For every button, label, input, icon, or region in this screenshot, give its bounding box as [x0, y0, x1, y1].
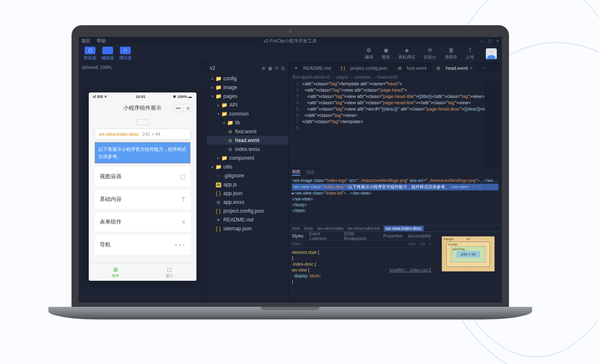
tree-item-API[interactable]: ▸📁API [207, 100, 288, 109]
style-tab-2[interactable]: DOM Breakpoints [344, 232, 377, 241]
filter-opt-0[interactable]: :hov [408, 242, 416, 246]
status-bar: ııl IDE ᯤ 10:01 ✱ 100% ▬ [89, 92, 196, 101]
bm-padding-label: padding [453, 247, 464, 251]
explorer-root[interactable]: v2 [210, 65, 215, 71]
sim-list-item-1[interactable]: 基础内容T [95, 190, 191, 209]
breadcrumb-seg-2[interactable]: common [355, 75, 371, 79]
breadcrumb-seg-1[interactable]: pages [337, 75, 348, 79]
toolbar-btn-1[interactable]: 编辑器 [101, 47, 114, 61]
filter-opt-2[interactable]: + [429, 242, 431, 246]
filter-opt-1[interactable]: .cls [419, 242, 425, 246]
titlebar: 项目 帮助 v2-FinClip小程序开发工具 — ▢ ✕ [79, 37, 502, 45]
close-app-icon[interactable]: ⊙ [183, 104, 193, 112]
tree-item-.gitignore[interactable]: ▫.gitignore [207, 171, 288, 180]
refresh-icon[interactable]: ⟳ [275, 66, 278, 71]
editor-tab-0[interactable]: ▾README.md [289, 63, 335, 73]
tree-item-pages[interactable]: ▾📁pages [207, 92, 288, 100]
dt-tab-log[interactable]: 日志 [306, 169, 315, 175]
laptop-frame: 项目 帮助 v2-FinClip小程序开发工具 — ▢ ✕ ▢ 模拟器 编辑器 … [65, 25, 515, 328]
toolbar-action-1[interactable]: ◉ 预览 [382, 47, 390, 60]
new-folder-icon[interactable]: ▣ [268, 66, 272, 71]
close-tab-icon[interactable]: × [470, 66, 472, 71]
style-tab-1[interactable]: Event Listeners [309, 232, 338, 241]
tree-item-config[interactable]: ▸📁config [207, 74, 288, 83]
dt-tab-view[interactable]: 视图 [292, 169, 300, 176]
filter-input[interactable]: Filter [292, 242, 301, 246]
maximize-icon[interactable]: ▢ [488, 39, 492, 43]
ide-window: 项目 帮助 v2-FinClip小程序开发工具 — ▢ ✕ ▢ 模拟器 编辑器 … [79, 37, 502, 303]
dom-crumb-4[interactable]: wx-view.index-desc [384, 226, 423, 231]
collapse-icon[interactable]: ⊟ [281, 66, 285, 71]
dom-breadcrumb: htmlbodywx-view.indexwx-view.index-hdwx-… [289, 225, 502, 232]
toolbar-action-2[interactable]: ◈ 真机调试 [398, 47, 415, 60]
style-tab-0[interactable]: Styles [292, 234, 303, 238]
toolbar-action-4[interactable]: 🗑 清缓存 [445, 47, 457, 60]
code-editor[interactable]: 12345678 <attr">class="tag">template att… [289, 81, 502, 168]
dom-line-0[interactable]: <wx-image class="index-logo" src="../res… [292, 178, 498, 184]
highlighted-element[interactable]: 以下将展示小程序官方组件能力，组件样式仅供参考。 [95, 142, 191, 164]
tree-item-README.md[interactable]: ▾README.md [207, 215, 288, 224]
menu-help[interactable]: 帮助 [97, 38, 106, 43]
editor-tab-2[interactable]: ▤foot.wxml [392, 63, 431, 73]
breadcrumb-seg-0[interactable]: fino-applet-demo-v2 [293, 75, 330, 79]
editor-tab-1[interactable]: { }project.config.json [335, 63, 392, 73]
breadcrumb: fino-applet-demo-v2›pages›common›head.wx… [289, 73, 502, 81]
toolbar-action-3[interactable]: ⟳ 切后台 [424, 47, 436, 60]
style-tab-4[interactable]: Accessibility [408, 234, 431, 238]
sim-list-item-2[interactable]: 表单组件≡ [95, 212, 191, 232]
tree-item-app.json[interactable]: { }app.json [207, 189, 288, 198]
sim-list-item-0[interactable]: 视图容器▢ [95, 167, 191, 186]
avatar[interactable] [486, 48, 497, 59]
window-title: v2-FinClip小程序开发工具 [264, 38, 317, 44]
dom-crumb-1[interactable]: body [304, 226, 313, 231]
dom-crumb-3[interactable]: wx-view.index-hd [347, 226, 379, 231]
new-file-icon[interactable]: ⊕ [262, 66, 265, 71]
toolbar-btn-2[interactable]: ⫶⫶ 调试器 [119, 47, 132, 61]
app-header: 小程序组件展示 ••• ⊙ [89, 101, 196, 115]
dom-line-3[interactable]: </wx-view> [292, 196, 498, 202]
tree-item-common[interactable]: ▾📁common [207, 109, 288, 118]
tree-item-utils[interactable]: ▸📁utils [207, 162, 288, 171]
style-tab-3[interactable]: Properties [383, 234, 403, 238]
sim-list-item-3[interactable]: 导航∘∘∘ [95, 235, 191, 254]
tree-item-app.js[interactable]: JSapp.js [207, 180, 288, 189]
minimize-icon[interactable]: — [480, 39, 484, 43]
devtools-panel: 视图 日志 <wx-image class="index-logo" src="… [289, 168, 502, 303]
toolbar-action-5[interactable]: ⤴ 上传 [466, 47, 474, 60]
box-model: margin 10 - - - border - p [435, 232, 502, 303]
tree-item-project.config.json[interactable]: { }project.config.json [207, 206, 288, 215]
tree-item-image[interactable]: ▸📁image [207, 83, 288, 92]
dom-crumb-2[interactable]: wx-view.index [318, 226, 344, 231]
tree-item-head.wxml[interactable]: ▤head.wxml [207, 136, 288, 145]
tree-item-foot.wxml[interactable]: ▤foot.wxml [207, 127, 288, 136]
css-rules[interactable]: element.style {}.index-desc {</span></di… [289, 248, 435, 303]
tabbar: ⊞组件 ◻接口 [89, 263, 196, 281]
dom-line-2[interactable]: ▸<wx-view class="index-bd">…</wx-view> [292, 190, 498, 196]
editor-tab-3[interactable]: ▤head.wxml× [431, 63, 477, 73]
tree-item-sitemap.json[interactable]: { }sitemap.json [207, 224, 288, 233]
more-icon[interactable]: ••• [174, 104, 183, 112]
toolbar-action-0[interactable]: ⚙ 编译 [365, 47, 373, 60]
tree-item-app.wxss[interactable]: ▤app.wxss [207, 198, 288, 206]
inspector-tooltip: wx-view.index-desc 240 × 44 [95, 129, 191, 140]
toolbar-btn-0[interactable]: ▢ 模拟器 [84, 47, 96, 61]
close-icon[interactable]: ✕ [496, 39, 499, 43]
simulator-panel: iphone6 100% ııl IDE ᯤ 10:01 ✱ 100% ▬ 小程… [79, 63, 206, 303]
dom-line-1[interactable]: <wx-view class="index-desc">以下将展示小程序官方组件… [292, 184, 498, 190]
sim-tab-0[interactable]: ⊞组件 [89, 264, 143, 281]
dom-line-5[interactable]: </html> [292, 208, 498, 214]
dom-crumb-0[interactable]: html [292, 226, 300, 231]
dom-line-4[interactable]: </body> [292, 202, 498, 208]
tree-item-lib[interactable]: ▸📁lib [207, 118, 288, 127]
logo-placeholder [136, 119, 149, 125]
device-frame: ııl IDE ᯤ 10:01 ✱ 100% ▬ 小程序组件展示 ••• ⊙ [89, 92, 196, 281]
sim-tab-1[interactable]: ◻接口 [143, 264, 196, 281]
menu-project[interactable]: 项目 [81, 38, 90, 43]
tree-item-component[interactable]: ▸📁component [207, 153, 288, 162]
dom-tree[interactable]: <wx-image class="index-logo" src="../res… [289, 176, 502, 225]
tree-item-index.wxss[interactable]: ▤index.wxss [207, 145, 288, 153]
tab-overflow-icon[interactable]: ⋯ [477, 63, 491, 73]
minimap[interactable] [485, 81, 502, 168]
breadcrumb-seg-3[interactable]: head.wxml [377, 75, 398, 79]
capsule-button[interactable]: ••• ⊙ [174, 104, 193, 112]
